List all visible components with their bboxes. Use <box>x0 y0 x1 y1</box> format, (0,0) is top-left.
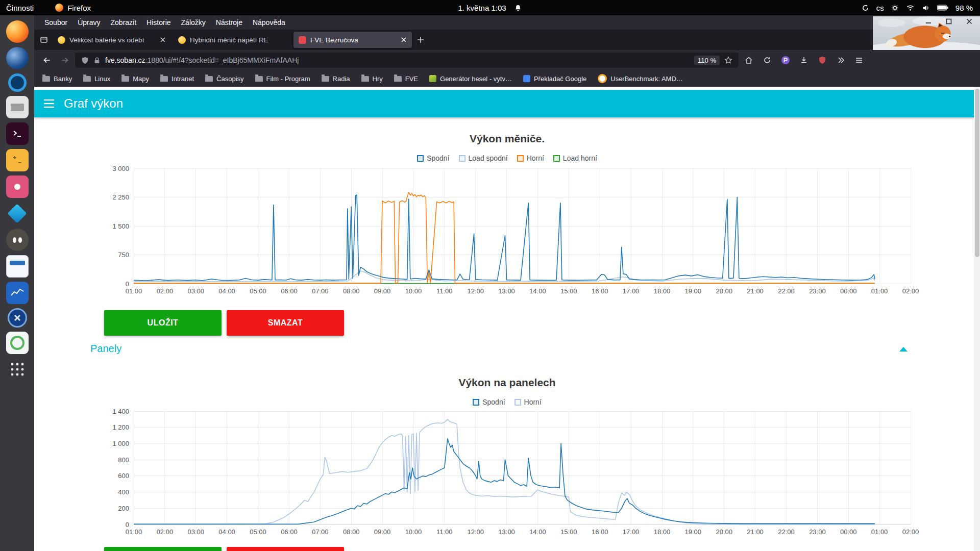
legend-item[interactable]: Spodní <box>417 154 449 162</box>
svg-text:04:00: 04:00 <box>218 287 235 295</box>
scrollbar-thumb[interactable] <box>975 89 979 257</box>
bookmark-mapy[interactable]: Mapy <box>121 75 149 83</box>
url-text[interactable]: fve.soban.cz:1880/ui/#!/4?socketid=_eIbB… <box>105 56 299 64</box>
menu-napoveda[interactable]: Nápověda <box>248 17 290 28</box>
chart-vykon-na-panelech[interactable]: 01:0002:0003:0004:0005:0006:0007:0008:00… <box>102 407 939 538</box>
svg-text:14:00: 14:00 <box>529 528 546 536</box>
folder-icon <box>322 76 329 82</box>
bookmark-linux[interactable]: Linux <box>83 75 110 83</box>
dock-app-blue-icon[interactable] <box>8 73 27 92</box>
bookmark-prekladac-google[interactable]: Překladač Google <box>523 75 586 83</box>
svg-text:3 000: 3 000 <box>112 165 129 172</box>
folder-icon <box>121 76 129 82</box>
focused-app-menu[interactable]: Firefox <box>55 4 91 12</box>
legend-item[interactable]: Load horní <box>553 154 597 162</box>
save-button[interactable]: ULOŽIT <box>104 310 222 336</box>
battery-icon <box>937 5 948 11</box>
navigation-toolbar: fve.soban.cz:1880/ui/#!/4?socketid=_eIbB… <box>34 50 980 70</box>
activities-button[interactable]: Činnosti <box>6 4 34 12</box>
menu-zobrazit[interactable]: Zobrazit <box>106 17 142 28</box>
reload-button[interactable] <box>759 53 775 68</box>
delete-button[interactable]: SMAZAT <box>227 310 344 336</box>
dock-firefox-icon[interactable] <box>6 20 29 43</box>
firefox-window: Soubor Úpravy Zobrazit Historie Záložky … <box>34 15 980 551</box>
download-button[interactable] <box>796 53 812 68</box>
bookmark-radia[interactable]: Radia <box>322 75 350 83</box>
svg-text:12:00: 12:00 <box>467 528 484 536</box>
dock-files-icon[interactable] <box>6 96 29 118</box>
svg-text:1 500: 1 500 <box>112 222 129 230</box>
tab-velikost-baterie[interactable]: Velikost baterie vs odebí <box>53 32 171 48</box>
svg-text:0: 0 <box>126 521 129 529</box>
svg-text:01:00: 01:00 <box>871 528 888 536</box>
tab-close-icon[interactable] <box>401 37 407 43</box>
menu-historie[interactable]: Historie <box>141 17 176 28</box>
ublock-icon[interactable] <box>814 53 830 68</box>
menu-soubor[interactable]: Soubor <box>39 17 72 28</box>
dock-document-icon[interactable] <box>6 255 29 278</box>
folder-icon <box>83 76 91 82</box>
keyboard-layout-indicator[interactable]: cs <box>876 4 884 12</box>
menu-upravy[interactable]: Úpravy <box>72 17 105 28</box>
clock-menu[interactable]: 1. května 1:03 <box>458 4 522 12</box>
bookmark-hry[interactable]: Hry <box>361 75 383 83</box>
minimize-button[interactable] <box>925 18 932 25</box>
overflow-menu-button[interactable] <box>832 53 849 68</box>
app-menu-button[interactable] <box>851 53 867 68</box>
close-button[interactable] <box>966 18 973 25</box>
new-tab-button[interactable] <box>413 32 428 47</box>
dock-software-icon[interactable] <box>6 332 29 354</box>
dock-browser-icon[interactable] <box>6 47 29 69</box>
svg-text:02:00: 02:00 <box>902 528 919 536</box>
bookmark-intranet[interactable]: Intranet <box>160 75 194 83</box>
dock-media-icon[interactable] <box>6 176 29 198</box>
home-button[interactable] <box>741 53 757 68</box>
back-button[interactable] <box>38 53 55 68</box>
menu-nastroje[interactable]: Nástroje <box>211 17 248 28</box>
legend-swatch <box>514 399 521 406</box>
zoom-indicator[interactable]: 110 % <box>694 56 720 65</box>
dock-terminal-icon[interactable] <box>6 122 29 145</box>
save-button-2[interactable]: ULOŽIT <box>104 547 222 551</box>
dock-x-app-icon[interactable] <box>8 308 27 328</box>
bookmark-film-program[interactable]: Film - Program <box>255 75 310 83</box>
bookmark-fve[interactable]: FVE <box>394 75 418 83</box>
bookmark-banky[interactable]: Banky <box>42 75 72 83</box>
panely-section-title[interactable]: Panely <box>90 343 121 355</box>
app-grid-icon[interactable] <box>6 358 29 381</box>
dock-calculator-icon[interactable] <box>6 149 29 171</box>
tab-hybridni-menic[interactable]: Hybridní měnič napětí RE <box>173 32 291 48</box>
bookmark-userbenchmark[interactable]: UserBenchmark: AMD… <box>598 74 683 83</box>
delete-button-2[interactable]: SMAZAT <box>227 547 344 551</box>
dock-kodi-icon[interactable] <box>6 202 29 224</box>
legend-item[interactable]: Horní <box>517 154 544 162</box>
legend-swatch <box>473 399 479 406</box>
system-status-area[interactable]: cs 98 % <box>862 4 980 12</box>
bookmark-generator-hesel[interactable]: Generátor hesel - vytv… <box>429 75 512 83</box>
legend-item[interactable]: Horní <box>514 398 542 406</box>
extension-p-icon[interactable] <box>777 53 794 68</box>
svg-text:05:00: 05:00 <box>250 528 266 536</box>
tab-fve-bezrucova[interactable]: FVE Bezručova <box>293 32 412 48</box>
legend-label: Spodní <box>482 398 505 406</box>
legend-item[interactable]: Load spodní <box>459 154 508 162</box>
maximize-button[interactable] <box>945 18 952 25</box>
legend-label: Horní <box>527 154 544 162</box>
bookmark-star-icon[interactable] <box>724 56 732 64</box>
legend-item[interactable]: Spodní <box>473 398 505 406</box>
tab-close-icon[interactable] <box>160 37 166 43</box>
bookmark-casopisy[interactable]: Časopisy <box>205 75 243 83</box>
panely-collapse-button[interactable] <box>899 347 908 352</box>
forward-button[interactable] <box>57 53 73 68</box>
page-scrollbar[interactable] <box>974 87 980 551</box>
dock-gimp-icon[interactable] <box>6 229 29 251</box>
dock-system-monitor-icon[interactable] <box>6 282 29 304</box>
lock-icon[interactable] <box>93 57 101 64</box>
svg-text:15:00: 15:00 <box>560 287 577 295</box>
url-bar[interactable]: fve.soban.cz:1880/ui/#!/4?socketid=_eIbB… <box>75 53 739 68</box>
menu-zalozky[interactable]: Záložky <box>176 17 211 28</box>
firefox-view-button[interactable] <box>36 32 52 47</box>
tracking-protection-shield-icon[interactable] <box>81 57 89 64</box>
sidebar-toggle-button[interactable] <box>43 99 55 108</box>
chart-vykon-menice[interactable]: 01:0002:0003:0004:0005:0006:0007:0008:00… <box>102 164 939 297</box>
